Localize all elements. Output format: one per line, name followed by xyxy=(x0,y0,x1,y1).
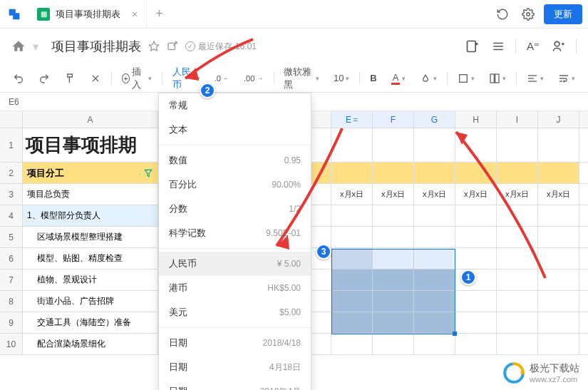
cell[interactable]: x月x日 xyxy=(331,184,373,205)
tab-close-icon[interactable]: × xyxy=(132,9,138,20)
document-tab[interactable]: ▦ 项目事项排期表 × xyxy=(29,0,147,29)
format-option-date[interactable]: 日期4月18日 xyxy=(159,355,311,379)
number-format-dropdown: 常规 文本 数值0.95 百分比90.00% 分数1/2 科学记数9.50E-0… xyxy=(158,93,311,390)
row-header[interactable]: 4 xyxy=(0,205,23,226)
column-header[interactable]: I xyxy=(497,111,538,128)
row-header[interactable]: 9 xyxy=(0,312,23,333)
row-header[interactable]: 10 xyxy=(0,334,23,354)
select-all-corner[interactable] xyxy=(0,111,23,128)
settings-icon[interactable] xyxy=(518,4,538,24)
format-option-text[interactable]: 文本 xyxy=(159,118,311,142)
align-button[interactable]: ▾ xyxy=(522,70,548,87)
chevron-down-icon: ▾ xyxy=(540,75,544,82)
chevron-down-icon: ▾ xyxy=(502,75,506,82)
watermark: 极光下载站 www.xz7.com xyxy=(502,361,579,384)
titlebar: ▦ 项目事项排期表 × + 更新 xyxy=(0,0,588,29)
filter-icon[interactable] xyxy=(143,168,153,178)
chevron-down-icon: ▾ xyxy=(148,75,152,82)
undo-button[interactable] xyxy=(9,70,29,87)
text-format-icon[interactable]: A⁼ xyxy=(525,38,542,55)
svg-point-7 xyxy=(555,41,559,46)
star-icon[interactable] xyxy=(148,41,160,52)
save-status: ✓ 最近保存 16:01 xyxy=(185,41,257,53)
cell[interactable]: x月x日 xyxy=(455,184,497,205)
column-header[interactable]: A xyxy=(23,111,158,128)
wrap-button[interactable]: ▾ xyxy=(554,70,579,87)
decrease-decimal-button[interactable]: .0← xyxy=(210,71,234,86)
svg-rect-3 xyxy=(468,41,476,52)
increase-decimal-button[interactable]: .00→ xyxy=(239,71,267,86)
format-option-date[interactable]: 日期2018年4月 xyxy=(159,379,311,390)
format-option-hkd[interactable]: 港币HK$5.00 xyxy=(159,276,311,300)
format-option-percent[interactable]: 百分比90.00% xyxy=(159,173,311,197)
column-header[interactable]: F xyxy=(373,111,414,128)
move-icon[interactable] xyxy=(167,41,178,52)
format-painter-button[interactable] xyxy=(60,70,80,87)
svg-rect-10 xyxy=(495,74,499,83)
cell[interactable]: x月x日 xyxy=(497,184,538,205)
tab-add-button[interactable]: + xyxy=(147,6,172,21)
title-cell[interactable]: 项目事项排期 xyxy=(23,128,158,162)
menu-icon[interactable] xyxy=(490,38,507,55)
fill-color-button[interactable]: ▾ xyxy=(416,70,441,87)
font-color-button[interactable]: A▾ xyxy=(387,69,411,88)
format-option-date[interactable]: 日期2018/4/18 xyxy=(159,331,311,355)
font-family-select[interactable]: 微软雅黑▾ xyxy=(279,63,324,94)
cell[interactable]: 区域场景模型整理搭建 xyxy=(23,227,158,247)
row-header[interactable]: 3 xyxy=(0,184,23,205)
clear-format-button[interactable] xyxy=(86,70,105,87)
format-option-usd[interactable]: 美元$5.00 xyxy=(159,300,311,324)
cell[interactable]: 项目总负责 xyxy=(23,184,158,205)
format-option-number[interactable]: 数值0.95 xyxy=(159,148,311,173)
update-button[interactable]: 更新 xyxy=(544,4,582,24)
row-header[interactable]: 6 xyxy=(0,248,23,269)
chevron-down-icon: ▾ xyxy=(433,75,437,82)
font-size-select[interactable]: 10▾ xyxy=(329,70,354,86)
cell[interactable]: 模型、贴图、精度检查 xyxy=(23,248,158,269)
svg-marker-1 xyxy=(149,41,158,51)
cell[interactable]: 交通工具（海陆空）准备 xyxy=(23,312,158,333)
column-header[interactable]: J xyxy=(538,111,579,128)
format-option-general[interactable]: 常规 xyxy=(159,93,311,118)
cell[interactable]: x月x日 xyxy=(538,184,579,205)
merge-button[interactable]: ▾ xyxy=(485,70,510,87)
svg-rect-2 xyxy=(168,43,175,49)
row-header[interactable]: 2 xyxy=(0,163,23,183)
watermark-url: www.xz7.com xyxy=(530,375,579,384)
share-icon[interactable] xyxy=(550,38,567,55)
redo-button[interactable] xyxy=(34,70,54,87)
document-title: 项目事项排期表 xyxy=(51,38,141,55)
home-icon[interactable] xyxy=(11,39,26,53)
annotation-badge: 3 xyxy=(316,244,331,260)
sheet-icon: ▦ xyxy=(37,8,50,21)
svg-point-0 xyxy=(527,12,530,16)
chevron-down-icon: ▾ xyxy=(402,75,406,82)
svg-marker-14 xyxy=(145,170,151,176)
chevron-down-icon: ▾ xyxy=(316,75,319,82)
cell[interactable]: 1、模型部分负责人 xyxy=(23,205,158,226)
chevron-down-icon: ▾ xyxy=(471,75,475,82)
history-icon[interactable] xyxy=(492,4,512,24)
row-header[interactable]: 5 xyxy=(0,227,23,247)
app-logo[interactable] xyxy=(0,0,29,29)
cell[interactable]: x月x日 xyxy=(414,184,455,205)
column-header[interactable]: H xyxy=(455,111,497,128)
insert-button[interactable]: +插入▾ xyxy=(118,63,156,94)
row-header[interactable]: 7 xyxy=(0,270,23,290)
add-sheet-icon[interactable] xyxy=(464,38,481,55)
column-header[interactable]: G xyxy=(414,111,455,128)
svg-rect-8 xyxy=(460,74,468,82)
cell[interactable]: 植物、景观设计 xyxy=(23,270,158,290)
row-header[interactable]: 8 xyxy=(0,291,23,312)
format-option-cny[interactable]: 人民币¥ 5.00 xyxy=(159,252,311,276)
border-button[interactable]: ▾ xyxy=(453,70,479,87)
format-option-fraction[interactable]: 分数1/2 xyxy=(159,197,311,221)
cell[interactable]: 街道小品、广告招牌 xyxy=(23,291,158,312)
row-header[interactable]: 1 xyxy=(0,128,23,162)
cell[interactable]: x月x日 xyxy=(373,184,414,205)
column-header[interactable]: E⚌ xyxy=(331,111,373,128)
bold-button[interactable]: B xyxy=(366,70,381,86)
section-header-cell[interactable]: 项目分工 xyxy=(23,163,158,183)
cell[interactable]: 配合渲染场景细化 xyxy=(23,334,158,354)
format-option-scientific[interactable]: 科学记数9.50E-01 xyxy=(159,221,311,245)
